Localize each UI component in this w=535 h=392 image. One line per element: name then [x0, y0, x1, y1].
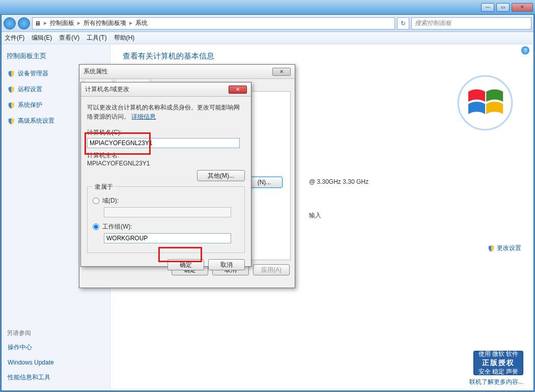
link-label: Windows Update — [8, 359, 54, 366]
nav-bar: 🖥 ▶ 控制面板 ▶ 所有控制面板项 ▶ 系统 ↻ 搜索控制面板 — [2, 15, 533, 32]
menu-edit[interactable]: 编辑(E) — [32, 34, 52, 42]
shield-icon — [8, 102, 15, 109]
link-label: 性能信息和工具 — [8, 373, 50, 382]
windows-logo-icon — [457, 75, 513, 131]
workgroup-radio[interactable]: 工作组(W): — [93, 222, 239, 231]
breadcrumb[interactable]: 系统 — [135, 19, 148, 27]
dialog-title: 系统属性 — [83, 67, 108, 76]
badge-line: 使用 微软 软件 — [478, 350, 519, 358]
shield-icon — [488, 245, 495, 252]
chevron-right-icon: ▶ — [129, 21, 132, 25]
link-label: 操作中心 — [8, 343, 32, 352]
radio-label: 工作组(W): — [102, 222, 132, 231]
chevron-right-icon: ▶ — [77, 21, 80, 25]
sidebar-item-label: 远程设置 — [18, 85, 42, 94]
badge-line: 正版授权 — [482, 358, 515, 368]
member-of-group: 隶属于 域(D): 工作组(W): — [87, 186, 245, 253]
pen-snippet: 输入 — [309, 211, 321, 220]
link-action-center[interactable]: 操作中心 — [7, 342, 105, 353]
dialog-description: 可以更改这台计算机的名称和成员身份。更改可能影响网络资源的访问。 详细信息 — [87, 103, 245, 121]
link-performance[interactable]: 性能信息和工具 — [7, 372, 105, 383]
dialog-titlebar: 系统属性 ✕ — [79, 65, 295, 79]
learn-more-link[interactable]: 联机了解更多内容... — [469, 378, 523, 386]
shield-icon — [8, 70, 15, 77]
radio-input[interactable] — [93, 223, 99, 230]
refresh-button[interactable]: ↻ — [397, 17, 409, 30]
link-label: 更改设置 — [497, 244, 521, 253]
close-button[interactable]: ✕ — [512, 3, 533, 12]
forward-button[interactable] — [18, 17, 30, 30]
search-input[interactable]: 搜索控制面板 — [411, 17, 531, 30]
radio-label: 域(D): — [102, 197, 119, 205]
search-placeholder: 搜索控制面板 — [415, 19, 452, 27]
chevron-right-icon: ▶ — [44, 21, 47, 25]
page-title: 查看有关计算机的基本信息 — [123, 51, 521, 61]
menu-bar: 文件(F) 编辑(E) 查看(V) 工具(T) 帮助(H) — [2, 32, 533, 44]
apply-button[interactable]: 应用(A) — [253, 264, 290, 275]
full-name-label: 计算机全名: — [87, 151, 245, 160]
dialog-titlebar: 计算机名/域更改 ✕ — [81, 82, 251, 97]
radio-input[interactable] — [93, 198, 99, 204]
dialog-body: 可以更改这台计算机的名称和成员身份。更改可能影响网络资源的访问。 详细信息 计算… — [81, 97, 251, 266]
workgroup-input[interactable] — [104, 233, 231, 243]
processor-snippet: @ 3.30GHz 3.30 GHz — [309, 178, 369, 185]
minimize-button[interactable]: — — [481, 3, 494, 12]
other-button[interactable]: 其他(M)... — [197, 170, 245, 181]
shield-icon — [8, 118, 15, 125]
genuine-badge: 使用 微软 软件 正版授权 安全 稳定 声誉 — [473, 351, 523, 375]
computer-icon: 🖥 — [35, 20, 41, 27]
group-legend: 隶属于 — [93, 183, 115, 191]
menu-tools[interactable]: 工具(T) — [87, 34, 106, 42]
badge-line: 安全 稳定 声誉 — [478, 368, 519, 376]
address-bar[interactable]: 🖥 ▶ 控制面板 ▶ 所有控制面板项 ▶ 系统 — [32, 17, 395, 30]
computer-name-input[interactable] — [87, 138, 240, 148]
sidebar-item-label: 系统保护 — [18, 101, 42, 109]
menu-help[interactable]: 帮助(H) — [114, 34, 135, 42]
computer-name-field: 计算机名(C): — [87, 128, 245, 148]
help-icon[interactable]: ? — [521, 46, 529, 54]
full-name-value: MPIACYOFEGNL23Y1 — [87, 160, 245, 167]
titlebar: — ▭ ✕ — [0, 0, 535, 14]
field-label: 计算机名(C): — [87, 128, 245, 137]
sidebar-heading[interactable]: 控制面板主页 — [7, 51, 105, 61]
menu-view[interactable]: 查看(V) — [59, 34, 79, 42]
close-icon[interactable]: ✕ — [272, 68, 291, 76]
cancel-button[interactable]: 取消 — [208, 259, 245, 270]
see-also-heading: 另请参阅 — [7, 329, 105, 338]
detail-link[interactable]: 详细信息 — [131, 113, 156, 120]
domain-input — [104, 207, 231, 217]
change-settings-link[interactable]: 更改设置 — [488, 244, 521, 253]
close-icon[interactable]: ✕ — [229, 86, 247, 94]
back-button[interactable] — [4, 17, 16, 30]
breadcrumb[interactable]: 控制面板 — [50, 19, 74, 27]
breadcrumb[interactable]: 所有控制面板项 — [83, 19, 126, 27]
rename-dialog: 计算机名/域更改 ✕ 可以更改这台计算机的名称和成员身份。更改可能影响网络资源的… — [80, 82, 251, 267]
maximize-button[interactable]: ▭ — [496, 3, 510, 12]
sidebar-item-label: 高级系统设置 — [18, 117, 54, 125]
desc-text: 可以更改这台计算机的名称和成员身份。更改可能影响网络资源的访问。 — [87, 104, 240, 120]
svg-point-0 — [458, 76, 512, 130]
dialog-button-row: 确定 取消 — [87, 259, 245, 270]
shield-icon — [8, 86, 15, 93]
sidebar-item-label: 设备管理器 — [18, 69, 48, 78]
menu-file[interactable]: 文件(F) — [5, 34, 24, 42]
ok-button[interactable]: 确定 — [167, 259, 204, 270]
link-windows-update[interactable]: Windows Update — [7, 357, 105, 368]
domain-radio[interactable]: 域(D): — [93, 197, 239, 205]
dialog-title: 计算机名/域更改 — [85, 85, 129, 94]
